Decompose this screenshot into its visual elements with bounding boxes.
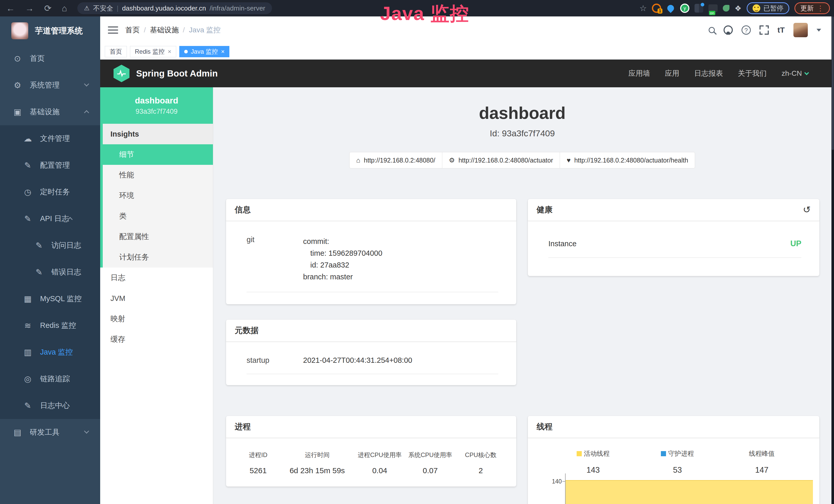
extensions-puzzle-icon[interactable]: ❖ (734, 4, 742, 13)
process-col-header: 进程CPU使用率 (354, 451, 405, 459)
app-logo-row[interactable]: 芋道管理系统 (0, 17, 100, 45)
sidebar-item-system[interactable]: ⚙ 系统管理 (0, 72, 100, 98)
active-dot-icon (184, 50, 188, 53)
sba-menu-metrics[interactable]: 性能 (103, 165, 213, 185)
reload-icon[interactable]: ⟳ (44, 0, 52, 17)
sidebar-item-config-manage[interactable]: ✎ 配置管理 (0, 152, 100, 179)
legend-label-daemon: 守护进程 (668, 449, 694, 458)
close-icon[interactable]: × (221, 48, 224, 55)
github-icon[interactable] (724, 25, 733, 35)
sidebar-item-error-logs[interactable]: ✎ 错误日志 (0, 259, 100, 285)
status-badge: UP (790, 239, 802, 248)
scrollbar-thumb[interactable] (832, 17, 834, 150)
metadata-row-label: startup (247, 356, 303, 365)
instance-id: 93a3fc7f7409 (136, 108, 178, 116)
breadcrumb: 首页 / 基础设施 / Java 监控 (125, 25, 221, 35)
update-label: 更新 (800, 4, 814, 13)
sba-menu-jvm[interactable]: JVM (100, 288, 213, 308)
ext-y-icon[interactable]: y (680, 4, 689, 13)
process-card: 进程 进程ID 5261 运行时间 6d 23h 15m 59s 进程CPU使用… (226, 416, 516, 486)
tab-java-monitor[interactable]: Java 监控 × (179, 46, 229, 57)
ext-orange-icon[interactable]: 1 (652, 4, 661, 13)
health-card-title: 健康 (536, 204, 552, 215)
timer-icon: ◷ (22, 187, 34, 197)
sba-menu-logs[interactable]: 日志 (100, 268, 213, 288)
instance-header[interactable]: dashboard 93a3fc7f7409 (100, 87, 213, 124)
gauge-icon: ⊙ (12, 54, 23, 63)
fullscreen-icon[interactable] (760, 25, 769, 35)
avatar-caret-icon[interactable] (816, 29, 821, 31)
tab-redis-monitor[interactable]: Redis 监控 × (130, 46, 176, 57)
sba-navbar: Spring Boot Admin 应用墙 应用 日志报表 关于我们 zh-CN (100, 60, 831, 87)
home-icon[interactable]: ⌂ (62, 0, 67, 17)
sidebar-item-tracing[interactable]: ◎ 链路追踪 (0, 366, 100, 392)
info-card-title: 信息 (226, 199, 516, 221)
sidebar-item-log-center[interactable]: ✎ 日志中心 (0, 392, 100, 419)
briefcase-icon: ▤ (12, 428, 23, 437)
sidebar-item-access-logs[interactable]: ✎ 访问日志 (0, 232, 100, 259)
instance-url-button[interactable]: ⌂ http://192.168.0.2:48080/ (349, 152, 442, 168)
security-label[interactable]: 不安全 (93, 4, 113, 13)
sba-main-content: dashboard Id: 93a3fc7f7409 ⌂ http://192.… (213, 87, 831, 504)
log-edit-icon: ✎ (22, 401, 34, 411)
sba-nav-journal[interactable]: 日志报表 (694, 69, 723, 78)
breadcrumb-home[interactable]: 首页 (125, 25, 140, 35)
tab-home[interactable]: 首页 (105, 46, 127, 57)
sba-nav-wallboard[interactable]: 应用墙 (629, 69, 650, 78)
home-icon: ⌂ (356, 156, 360, 164)
browser-menu-icon[interactable]: ⋮ (817, 4, 824, 13)
sba-menu-config-props[interactable]: 配置属性 (103, 226, 213, 247)
close-icon[interactable]: × (168, 48, 171, 55)
sba-menu-classes[interactable]: 类 (103, 206, 213, 226)
bookmark-star-icon[interactable]: ☆ (639, 3, 647, 13)
annotation-java-monitor: Java 监控 (380, 1, 469, 27)
sba-menu-mappings[interactable]: 映射 (100, 308, 213, 329)
actuator-url-button[interactable]: ⚙ http://192.168.0.2:48080/actuator (442, 152, 560, 168)
health-card: 健康 ↺ Instance UP (528, 199, 819, 276)
instance-links: ⌂ http://192.168.0.2:48080/ ⚙ http://192… (213, 152, 831, 168)
sidebar-item-dev-tools[interactable]: ▤ 研发工具 (0, 419, 100, 446)
help-icon[interactable]: ? (742, 25, 751, 35)
sba-menu-caches[interactable]: 缓存 (100, 329, 213, 350)
ext-grid-icon[interactable] (695, 4, 703, 13)
sidebar-item-home[interactable]: ⊙ 首页 (0, 45, 100, 72)
breadcrumb-infra[interactable]: 基础设施 (150, 25, 179, 35)
sba-nav-about[interactable]: 关于我们 (738, 69, 767, 78)
back-icon[interactable]: ← (6, 0, 15, 17)
health-url-button[interactable]: ♥ http://192.168.0.2:48080/actuator/heal… (560, 152, 695, 168)
sba-nav-applications[interactable]: 应用 (665, 69, 679, 78)
infrastructure-submenu: ☁ 文件管理 ✎ 配置管理 ◷ 定时任务 ✎ API 日志 ✎ 访问日志 ✎ 错… (0, 125, 100, 419)
monitor-icon: ▣ (12, 107, 23, 117)
sidebar-item-java-monitor[interactable]: ▥ Java 监控 (0, 339, 100, 366)
process-col-header: 进程ID (236, 451, 280, 459)
sba-menu-details[interactable]: 细节 (103, 144, 213, 165)
ext-pin-icon[interactable] (666, 4, 676, 13)
sidebar-item-redis-monitor[interactable]: ≋ Redis 监控 (0, 312, 100, 339)
address-bar[interactable]: ⚠ 不安全 | dashboard.yudao.iocoder.cn/infra… (77, 2, 272, 14)
forward-icon[interactable]: → (25, 0, 34, 17)
locale-select[interactable]: zh-CN (782, 69, 808, 77)
font-size-icon[interactable]: tT (777, 26, 785, 35)
history-icon[interactable]: ↺ (803, 204, 811, 215)
log-edit-icon: ✎ (34, 240, 45, 250)
sidebar-item-api-logs[interactable]: ✎ API 日志 (0, 205, 100, 232)
ext-leaf-icon[interactable] (723, 5, 729, 12)
sidebar-item-infrastructure[interactable]: ▣ 基础设施 (0, 98, 100, 125)
chrome-update-button[interactable]: 更新 ⋮ (794, 2, 830, 14)
wrench-icon: ⚙ (449, 156, 455, 164)
sidebar-item-mysql-monitor[interactable]: ▦ MySQL 监控 (0, 285, 100, 312)
instance-name: dashboard (135, 96, 178, 106)
ext-on-icon[interactable]: on (708, 4, 718, 12)
sba-menu-environment[interactable]: 环境 (103, 185, 213, 206)
browser-scrollbar[interactable] (831, 17, 834, 504)
info-row-value: commit: time: 1596289704000 id: 27aa832 … (303, 235, 382, 283)
search-icon[interactable] (709, 27, 715, 33)
avatar[interactable] (793, 23, 808, 37)
app-sidebar: 芋道管理系统 ⊙ 首页 ⚙ 系统管理 ▣ 基础设施 ☁ 文件管理 ✎ 配置管理 … (0, 17, 100, 504)
sidebar-item-file-manage[interactable]: ☁ 文件管理 (0, 125, 100, 152)
sba-brand[interactable]: Spring Boot Admin (136, 68, 218, 78)
sba-menu-scheduled[interactable]: 计划任务 (103, 247, 213, 268)
profile-paused-chip[interactable]: 已暂停 (747, 2, 789, 14)
sidebar-item-scheduled-tasks[interactable]: ◷ 定时任务 (0, 179, 100, 205)
sidebar-collapse-icon[interactable] (108, 24, 118, 36)
